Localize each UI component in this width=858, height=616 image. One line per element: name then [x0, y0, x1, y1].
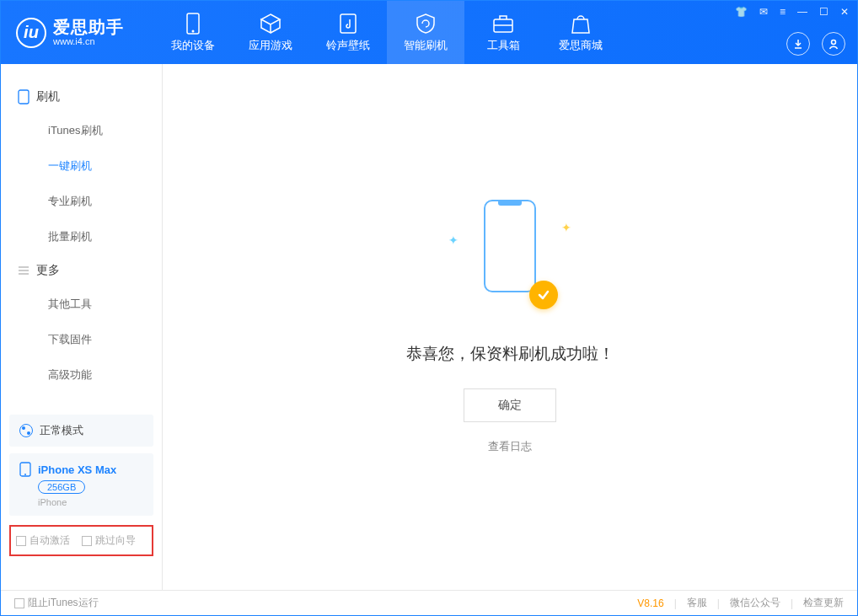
sidebar-item-download-firmware[interactable]: 下载固件: [1, 322, 162, 357]
mode-label: 正常模式: [40, 423, 83, 438]
tab-smart-flash[interactable]: 智能刷机: [387, 1, 464, 64]
check-update-link[interactable]: 检查更新: [803, 596, 844, 610]
feedback-icon[interactable]: ✉: [759, 6, 768, 18]
device-name-label: iPhone XS Max: [38, 463, 116, 476]
svg-point-5: [832, 40, 836, 45]
cb-label: 自动激活: [29, 534, 70, 546]
sparkle-icon: ✦: [561, 221, 571, 234]
sidebar-group-flash: 刷机: [1, 81, 162, 113]
maximize-icon[interactable]: ☐: [819, 6, 829, 18]
device-icon: [182, 13, 204, 35]
ok-button[interactable]: 确定: [464, 388, 556, 422]
cb-label: 跳过向导: [95, 534, 136, 546]
checkbox-skip-guide[interactable]: 跳过向导: [82, 533, 136, 548]
device-panel: 正常模式 iPhone XS Max 256GB iPhone: [9, 415, 153, 516]
cube-icon: [260, 13, 282, 35]
svg-point-1: [192, 29, 195, 32]
bag-icon: [570, 13, 592, 35]
phone-outline-icon: [484, 200, 536, 292]
app-logo: iu 爱思助手 www.i4.cn: [1, 18, 139, 48]
device-mode[interactable]: 正常模式: [9, 415, 153, 447]
music-file-icon: [337, 13, 359, 35]
device-type: iPhone: [38, 497, 143, 507]
sidebar-item-advanced[interactable]: 高级功能: [1, 357, 162, 393]
tab-store[interactable]: 爱思商城: [542, 1, 619, 64]
success-message: 恭喜您，保资料刷机成功啦！: [406, 343, 614, 365]
sidebar-group-more: 更多: [1, 254, 162, 287]
tab-toolbox[interactable]: 工具箱: [464, 1, 542, 64]
check-badge-icon: [529, 281, 558, 309]
tab-apps[interactable]: 应用游戏: [232, 1, 309, 64]
logo-icon: iu: [16, 18, 46, 48]
sidebar: 刷机 iTunes刷机 一键刷机 专业刷机 批量刷机 更多 其他工具 下载固件 …: [1, 64, 163, 590]
group-label: 刷机: [36, 89, 60, 104]
sparkle-icon: ✦: [448, 233, 458, 247]
svg-point-11: [24, 474, 26, 475]
app-subtitle: www.i4.cn: [53, 36, 124, 46]
support-link[interactable]: 客服: [687, 596, 707, 610]
svg-rect-6: [19, 90, 29, 104]
sidebar-item-oneclick-flash[interactable]: 一键刷机: [1, 148, 162, 184]
separator: |: [674, 597, 677, 609]
app-title: 爱思助手: [53, 18, 124, 36]
shield-sync-icon: [415, 13, 437, 35]
tab-label: 铃声壁纸: [326, 38, 370, 53]
tab-label: 我的设备: [171, 38, 215, 53]
separator: |: [717, 597, 720, 609]
device-info[interactable]: iPhone XS Max 256GB iPhone: [9, 453, 153, 516]
main-content: ✦ ✦ 恭喜您，保资料刷机成功啦！ 确定 查看日志: [163, 64, 857, 590]
briefcase-icon: [492, 13, 514, 35]
group-label: 更多: [36, 263, 60, 278]
minimize-icon[interactable]: —: [797, 6, 807, 18]
mode-icon: [19, 424, 33, 437]
main-tabs: 我的设备 应用游戏 铃声壁纸 智能刷机 工具箱 爱思商城: [154, 1, 619, 64]
tab-my-device[interactable]: 我的设备: [154, 1, 232, 64]
checkbox-auto-activate[interactable]: 自动激活: [16, 533, 70, 548]
menu-icon[interactable]: ≡: [780, 6, 786, 18]
user-icon: [828, 38, 839, 50]
skin-icon[interactable]: 👕: [735, 6, 748, 18]
tab-label: 工具箱: [487, 38, 520, 53]
checkbox-block-itunes[interactable]: 阻止iTunes运行: [14, 596, 99, 610]
flash-options-highlight: 自动激活 跳过向导: [9, 525, 153, 556]
view-log-link[interactable]: 查看日志: [488, 439, 532, 454]
download-button[interactable]: [786, 32, 810, 56]
storage-badge: 256GB: [38, 480, 85, 494]
tab-label: 应用游戏: [249, 38, 292, 53]
success-illustration: ✦ ✦: [447, 200, 573, 318]
close-icon[interactable]: ✕: [840, 6, 849, 18]
list-icon: [18, 265, 29, 276]
tab-label: 爱思商城: [559, 38, 603, 53]
phone-icon: [18, 89, 29, 104]
wechat-link[interactable]: 微信公众号: [730, 596, 780, 610]
cb-label: 阻止iTunes运行: [28, 597, 99, 608]
phone-icon: [19, 462, 31, 477]
header: iu 爱思助手 www.i4.cn 我的设备 应用游戏 铃声壁纸 智能刷机 工具…: [1, 1, 857, 64]
version-label: V8.16: [637, 597, 663, 609]
sidebar-item-other-tools[interactable]: 其他工具: [1, 287, 162, 322]
tab-ringtones[interactable]: 铃声壁纸: [309, 1, 387, 64]
tab-label: 智能刷机: [404, 38, 448, 53]
separator: |: [791, 597, 793, 609]
footer: 阻止iTunes运行 V8.16 | 客服 | 微信公众号 | 检查更新: [1, 590, 857, 615]
account-button[interactable]: [822, 32, 845, 56]
sidebar-item-pro-flash[interactable]: 专业刷机: [1, 184, 162, 219]
download-icon: [792, 38, 804, 50]
svg-rect-2: [341, 14, 356, 33]
window-controls: 👕 ✉ ≡ — ☐ ✕: [735, 6, 849, 18]
sidebar-item-itunes-flash[interactable]: iTunes刷机: [1, 113, 162, 148]
sidebar-item-batch-flash[interactable]: 批量刷机: [1, 219, 162, 254]
